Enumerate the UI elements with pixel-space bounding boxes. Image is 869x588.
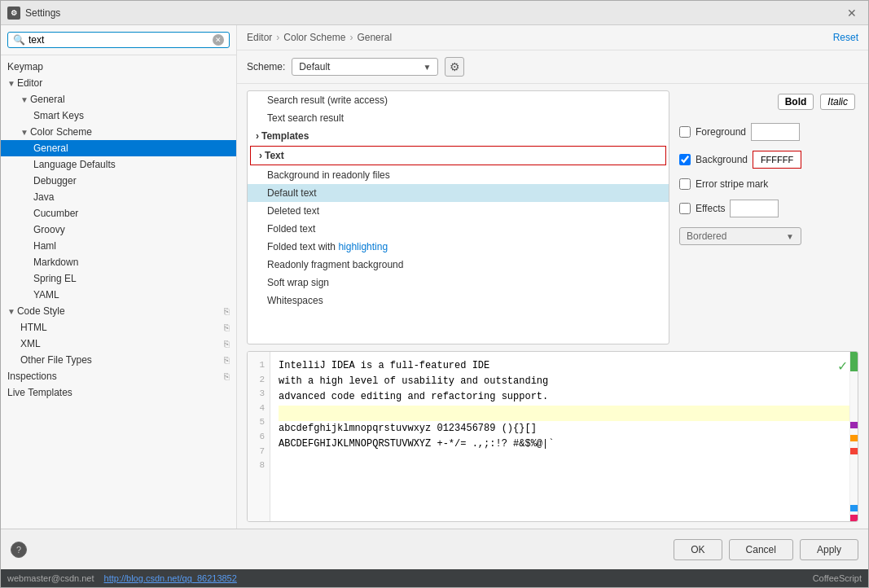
sidebar-item-code-style[interactable]: ▼ Code Style ⎘: [1, 303, 236, 319]
color-list-item-whitespaces[interactable]: Whitespaces: [248, 292, 669, 309]
sidebar-item-xml[interactable]: XML ⎘: [1, 336, 236, 352]
color-list-item-folded-text[interactable]: Folded text: [248, 220, 669, 238]
sidebar-item-label: XML: [20, 338, 41, 349]
sidebar-item-smart-keys[interactable]: Smart Keys: [1, 108, 236, 124]
copy-icon: ⎘: [224, 306, 230, 316]
sidebar-item-label: HTML: [20, 322, 47, 333]
sidebar-item-keymap[interactable]: Keymap: [1, 59, 236, 75]
foreground-color-box[interactable]: [751, 123, 800, 141]
color-list-item-deleted-text[interactable]: Deleted text: [248, 202, 669, 220]
apply-button[interactable]: Apply: [800, 539, 858, 560]
help-button[interactable]: ?: [11, 542, 27, 558]
cancel-button[interactable]: Cancel: [729, 539, 793, 560]
color-item-label: Search result (write access): [267, 94, 388, 106]
preview-line-4: [279, 406, 849, 421]
status-user: webmaster@csdn.net: [7, 573, 94, 583]
effects-color-box[interactable]: [730, 200, 779, 217]
copy-icon: ⎘: [224, 355, 230, 365]
sidebar-item-label: Java: [33, 191, 54, 203]
ok-button[interactable]: OK: [674, 539, 722, 560]
search-input[interactable]: [29, 34, 213, 46]
sidebar-item-java[interactable]: Java: [1, 189, 236, 205]
breadcrumb-editor: Editor: [247, 32, 272, 43]
foreground-label: Foreground: [696, 126, 746, 138]
status-bar: webmaster@csdn.net http://blog.csdn.net/…: [1, 569, 868, 587]
titlebar: ⚙ Settings ✕: [1, 1, 868, 25]
sidebar-item-yaml[interactable]: YAML: [1, 287, 236, 303]
sidebar-item-debugger[interactable]: Debugger: [1, 173, 236, 189]
preview-line-6: ABCDEFGHIJKLMNOPQRSTUVWXYZ +-*/= .,;:!? …: [279, 437, 849, 452]
background-checkbox[interactable]: [679, 154, 691, 165]
scheme-gear-button[interactable]: ⚙: [445, 57, 464, 77]
sidebar-item-inspections[interactable]: Inspections ⎘: [1, 368, 236, 384]
sidebar-item-editor[interactable]: ▼ Editor: [1, 75, 236, 91]
color-list-item-search-write[interactable]: Search result (write access): [248, 91, 669, 109]
preview-panel: 1 2 3 4 5 6 7 8 IntelliJ IDEA is a full-…: [247, 351, 858, 522]
color-item-label: Text search result: [267, 112, 344, 124]
effects-row: Effects: [679, 200, 858, 217]
color-list-item-text[interactable]: › Text: [251, 147, 665, 165]
sidebar-item-label: Smart Keys: [33, 110, 84, 121]
font-options: Bold Italic: [679, 94, 858, 116]
sidebar-item-language-defaults[interactable]: Language Defaults: [1, 156, 236, 173]
close-button[interactable]: ✕: [842, 5, 862, 21]
preview-line-7: [279, 452, 849, 467]
preview-line-3: advanced code editing and refactoring su…: [279, 389, 849, 405]
bold-button[interactable]: Bold: [778, 94, 814, 110]
color-list-item-templates[interactable]: › Templates: [248, 127, 669, 145]
sidebar-item-label: Debugger: [33, 175, 77, 186]
chevron-down-icon: ▼: [423, 63, 431, 72]
color-list-panel: Search result (write access) Text search…: [247, 90, 669, 344]
scheme-dropdown[interactable]: Default ▼: [292, 58, 438, 76]
sidebar-item-general[interactable]: ▼ General: [1, 91, 236, 108]
collapse-arrow: ›: [259, 150, 262, 161]
italic-button[interactable]: Italic: [820, 94, 855, 110]
search-icon: 🔍: [13, 34, 25, 46]
color-list-item-folded-highlight[interactable]: Folded text with highlighting: [248, 238, 669, 256]
expand-arrow: ▼: [20, 95, 29, 104]
search-clear-button[interactable]: ✕: [213, 34, 224, 46]
sidebar-item-color-scheme[interactable]: ▼ Color Scheme: [1, 124, 236, 140]
sidebar-item-groovy[interactable]: Groovy: [1, 222, 236, 238]
color-item-label: Default text: [267, 187, 317, 199]
gear-icon: ⚙: [450, 60, 460, 73]
status-link[interactable]: http://blog.csdn.net/qq_86213852: [104, 573, 237, 583]
color-item-label: Deleted text: [267, 205, 319, 217]
sidebar-item-html[interactable]: HTML ⎘: [1, 319, 236, 336]
check-mark-icon: ✓: [837, 358, 848, 374]
line-numbers: 1 2 3 4 5 6 7 8: [248, 352, 270, 521]
effects-style-value: Bordered: [687, 230, 726, 242]
main-content: 🔍 ✕ Keymap ▼ Editor ▼: [1, 25, 868, 529]
color-item-label: Whitespaces: [267, 295, 323, 306]
error-stripe-checkbox[interactable]: [679, 178, 691, 190]
color-list-item-soft-wrap[interactable]: Soft wrap sign: [248, 274, 669, 292]
effects-checkbox[interactable]: [679, 203, 691, 214]
scheme-label: Scheme:: [247, 61, 285, 72]
error-stripe-label: Error stripe mark: [696, 178, 768, 190]
color-item-label: Background in readonly files: [267, 169, 390, 181]
sidebar-item-other-file-types[interactable]: Other File Types ⎘: [1, 352, 236, 368]
sidebar-item-general-sub[interactable]: General: [1, 140, 236, 156]
foreground-checkbox[interactable]: [679, 126, 691, 138]
reset-button[interactable]: Reset: [833, 32, 858, 43]
sidebar-item-spring-el[interactable]: Spring EL: [1, 270, 236, 287]
sidebar-item-live-templates[interactable]: Live Templates: [1, 384, 236, 401]
scheme-bar: Scheme: Default ▼ ⚙: [237, 50, 868, 84]
color-list-item-default-text[interactable]: Default text: [248, 184, 669, 202]
effects-style-dropdown[interactable]: Bordered ▼: [679, 227, 801, 245]
sidebar-item-label: Cucumber: [33, 208, 78, 219]
props-panel: Bold Italic Foreground Background FFFFFF: [679, 90, 858, 344]
preview-code-area: IntelliJ IDEA is a full-featured IDE wit…: [270, 352, 858, 521]
expand-arrow: ▼: [7, 79, 15, 88]
sidebar-item-haml[interactable]: Haml: [1, 238, 236, 254]
color-list-item-readonly-frag[interactable]: Readonly fragment background: [248, 256, 669, 274]
color-list-item-text-search[interactable]: Text search result: [248, 109, 669, 127]
sidebar-item-label: Language Defaults: [33, 159, 116, 170]
sidebar-item-label: General: [30, 94, 65, 105]
sidebar-item-markdown[interactable]: Markdown: [1, 254, 236, 270]
sidebar-item-cucumber[interactable]: Cucumber: [1, 205, 236, 222]
foreground-row: Foreground: [679, 123, 858, 141]
color-list-item-bg-readonly[interactable]: Background in readonly files: [248, 166, 669, 184]
background-color-box[interactable]: FFFFFF: [753, 151, 801, 169]
effects-label: Effects: [696, 203, 725, 214]
